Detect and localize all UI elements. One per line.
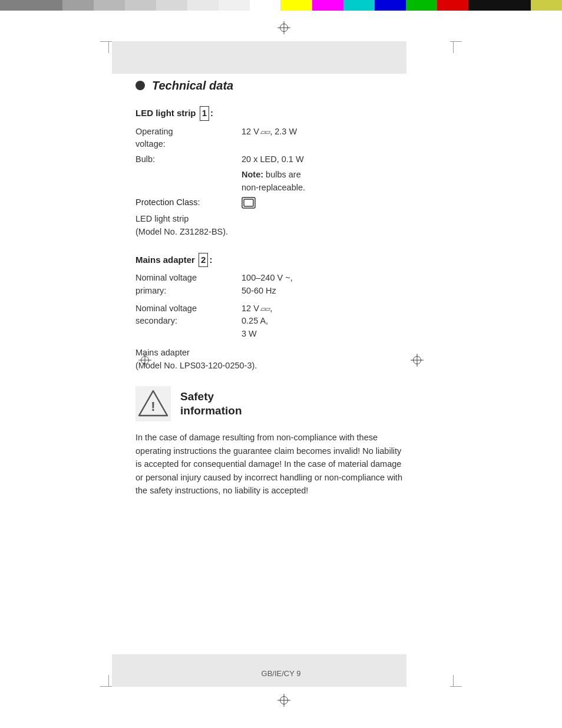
color-segment-yellow-dark <box>531 0 562 11</box>
led-bulb-label: Bulb: <box>135 153 242 166</box>
page-footer: GB/IE/CY 9 <box>0 669 562 678</box>
color-segment-gray-dark <box>0 0 62 11</box>
main-content: Technical data LED light strip 1: Operat… <box>135 77 406 498</box>
color-segment-black <box>468 0 531 11</box>
color-segment-gray-6 <box>219 0 250 11</box>
mains-secondary-value: 12 V ⏥⏥, 0.25 A, 3 W <box>242 302 272 341</box>
color-segment-gray-3 <box>125 0 156 11</box>
section-heading: Technical data <box>135 77 406 94</box>
mains-secondary-label: Nominal voltagesecondary: <box>135 302 242 341</box>
note-label: Note: <box>242 170 263 179</box>
color-segment-gray-2 <box>94 0 125 11</box>
color-segment-gray-4 <box>156 0 187 11</box>
color-segment-magenta <box>312 0 343 11</box>
led-bulb-value: 20 x LED, 0.1 W <box>242 153 304 166</box>
section-bullet-icon <box>135 81 145 90</box>
color-segment-gray-5 <box>187 0 219 11</box>
color-segment-cyan <box>343 0 375 11</box>
led-voltage-label: Operatingvoltage: <box>135 126 242 151</box>
warning-triangle-icon: ! <box>135 386 171 421</box>
reg-mark-bottom-center <box>277 694 290 707</box>
page-number: GB/IE/CY 9 <box>262 669 301 678</box>
led-heading: LED light strip 1: <box>135 106 406 121</box>
led-note: Note: bulbs arenon-replaceable. <box>242 169 305 195</box>
led-protection-row: Protection Class: <box>135 196 406 209</box>
led-subsection: LED light strip 1: Operatingvoltage: 12 … <box>135 106 406 239</box>
led-voltage-row: Operatingvoltage: 12 V ⏥⏥, 2.3 W <box>135 126 406 151</box>
led-voltage-value: 12 V ⏥⏥, 2.3 W <box>242 126 297 151</box>
class-ii-symbol-icon <box>242 197 256 209</box>
mains-primary-row: Nominal voltageprimary: 100–240 V ~,50-6… <box>135 272 406 298</box>
section-title: Technical data <box>152 77 233 94</box>
trim-mark-top-right <box>450 41 468 59</box>
color-segment-gray-1 <box>62 0 94 11</box>
color-segment-green <box>406 0 437 11</box>
color-segment-yellow <box>281 0 312 11</box>
header-band <box>112 41 406 74</box>
mains-primary-label: Nominal voltageprimary: <box>135 272 242 298</box>
mains-primary-value: 100–240 V ~,50-60 Hz <box>242 272 293 298</box>
svg-text:!: ! <box>151 399 155 414</box>
led-note-row: Note: bulbs arenon-replaceable. <box>242 169 406 195</box>
mains-model-info: Mains adapter(Model No. LPS03-120-0250-3… <box>135 347 406 373</box>
color-bar <box>0 0 562 11</box>
safety-title: Safety information <box>180 390 242 419</box>
mains-number-box: 2 <box>199 253 208 268</box>
trim-mark-top-left <box>94 41 112 59</box>
mains-heading: Mains adapter 2: <box>135 253 406 268</box>
mains-secondary-row: Nominal voltagesecondary: 12 V ⏥⏥, 0.25 … <box>135 302 406 341</box>
led-protection-label: Protection Class: <box>135 196 242 209</box>
led-number-box: 1 <box>200 106 209 121</box>
reg-mark-mid-right <box>411 354 424 367</box>
safety-section: ! Safety information In the case of dama… <box>135 386 406 497</box>
safety-header: ! Safety information <box>135 386 406 421</box>
color-segment-red <box>437 0 468 11</box>
safety-body-text: In the case of damage resulting from non… <box>135 431 406 497</box>
color-segment-white <box>250 0 282 11</box>
led-model-info: LED light strip(Model No. Z31282-BS). <box>135 213 406 239</box>
reg-mark-top-center <box>277 21 290 34</box>
color-segment-blue <box>375 0 406 11</box>
led-bulb-row: Bulb: 20 x LED, 0.1 W <box>135 153 406 166</box>
svg-rect-1 <box>244 199 253 206</box>
mains-subsection: Mains adapter 2: Nominal voltageprimary:… <box>135 253 406 373</box>
